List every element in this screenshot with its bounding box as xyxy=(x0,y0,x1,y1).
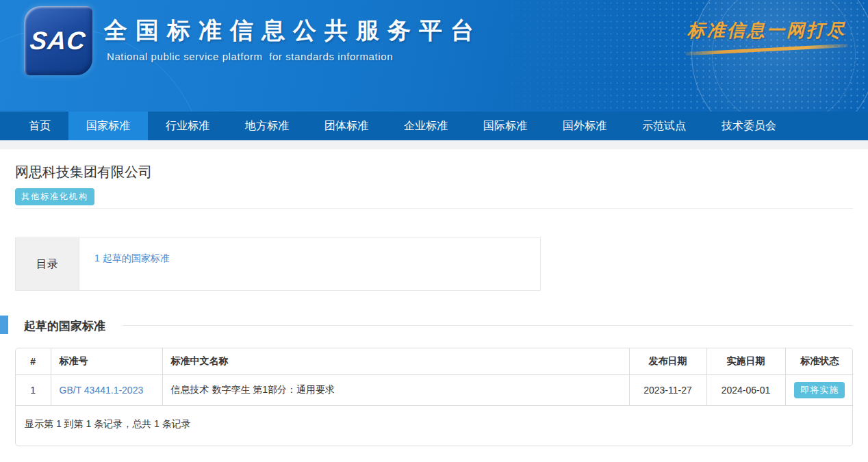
cell-impl-date: 2024-06-01 xyxy=(706,375,785,406)
table-row: 1 GB/T 43441.1-2023 信息技术 数字孪生 第1部分：通用要求 … xyxy=(16,375,853,406)
standards-table: # 标准号 标准中文名称 发布日期 实施日期 标准状态 1 GB/T 43441… xyxy=(16,348,853,406)
cell-index: 1 xyxy=(16,375,51,406)
nav-item-group-standards[interactable]: 团体标准 xyxy=(307,112,386,140)
org-name: 网思科技集团有限公司 xyxy=(15,163,152,181)
site-banner: SAC 全国标准信息公共服务平台 National public service… xyxy=(0,0,868,112)
slogan-text: 标准信息一网打尽 xyxy=(681,18,852,42)
cell-name: 信息技术 数字孪生 第1部分：通用要求 xyxy=(162,375,629,406)
col-header-std-no: 标准号 xyxy=(51,348,162,375)
globe-grid-decoration xyxy=(712,0,856,112)
org-type-badge: 其他标准化机构 xyxy=(15,188,94,205)
toc-label: 目录 xyxy=(16,238,79,290)
status-badge: 即将实施 xyxy=(794,382,845,398)
col-header-index: # xyxy=(16,348,51,375)
toc-link-drafted-standards[interactable]: 1 起草的国家标准 xyxy=(94,253,170,264)
standard-number-link[interactable]: GB/T 43441.1-2023 xyxy=(60,385,144,396)
nav-item-foreign-standards[interactable]: 国外标准 xyxy=(545,112,624,140)
nav-item-enterprise-standards[interactable]: 企业标准 xyxy=(386,112,465,140)
nav-item-technical-committee[interactable]: 技术委员会 xyxy=(704,112,794,140)
main-nav: 首页 国家标准 行业标准 地方标准 团体标准 企业标准 国际标准 国外标准 示范… xyxy=(0,112,868,140)
nav-item-national-standards[interactable]: 国家标准 xyxy=(68,112,148,140)
nav-item-home[interactable]: 首页 xyxy=(11,112,68,140)
cell-publish-date: 2023-11-27 xyxy=(629,375,706,406)
cell-std-no: GB/T 43441.1-2023 xyxy=(51,375,162,406)
toc-panel: 目录 1 起草的国家标准 xyxy=(15,238,541,291)
col-header-status: 标准状态 xyxy=(785,348,853,375)
slogan-block: 标准信息一网打尽 xyxy=(681,18,852,51)
section-accent-bar xyxy=(0,316,8,334)
sac-logo-text: SAC xyxy=(29,27,88,55)
col-header-impl-date: 实施日期 xyxy=(706,348,785,375)
section-rule xyxy=(123,325,853,326)
divider xyxy=(15,208,853,209)
col-header-name: 标准中文名称 xyxy=(162,348,629,375)
cell-status: 即将实施 xyxy=(785,375,853,406)
site-title: 全国标准信息公共服务平台 xyxy=(104,15,482,47)
table-header-row: # 标准号 标准中文名称 发布日期 实施日期 标准状态 xyxy=(16,348,853,375)
standards-table-container: # 标准号 标准中文名称 发布日期 实施日期 标准状态 1 GB/T 43441… xyxy=(15,348,853,446)
col-header-publish-date: 发布日期 xyxy=(629,348,706,375)
sac-logo[interactable]: SAC xyxy=(24,6,92,75)
site-subtitle: National public service platform for sta… xyxy=(107,51,393,62)
nav-item-local-standards[interactable]: 地方标准 xyxy=(227,112,307,140)
nav-item-international-standards[interactable]: 国际标准 xyxy=(465,112,545,140)
nav-divider-strip xyxy=(0,140,868,149)
nav-item-pilot-demo[interactable]: 示范试点 xyxy=(624,112,704,140)
nav-item-industry-standards[interactable]: 行业标准 xyxy=(148,112,227,140)
toc-body: 1 起草的国家标准 xyxy=(79,238,540,290)
pagination-summary: 显示第 1 到第 1 条记录，总共 1 条记录 xyxy=(16,406,852,446)
section-title: 起草的国家标准 xyxy=(24,318,105,334)
